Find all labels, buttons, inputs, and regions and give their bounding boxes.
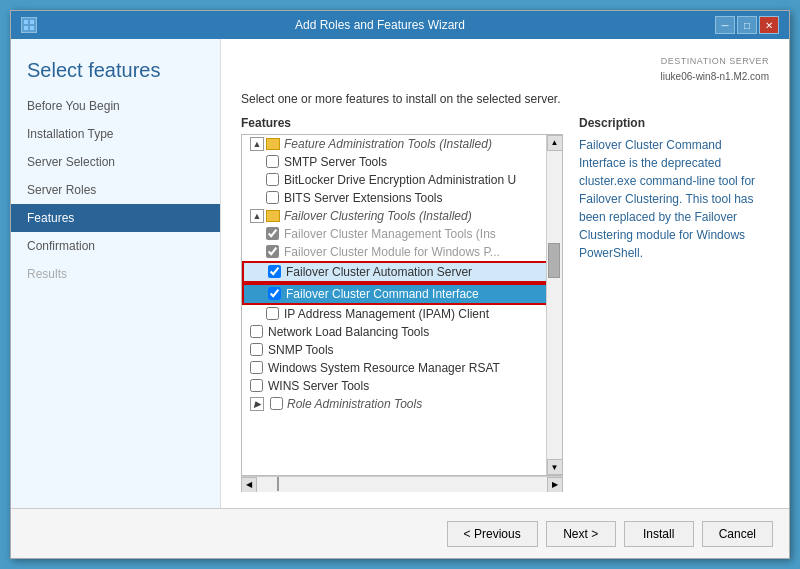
tree-label: IP Address Management (IPAM) Client: [284, 307, 489, 321]
list-item: ▲ Feature Administration Tools (Installe…: [242, 135, 562, 153]
description-panel-header: Description: [579, 116, 769, 130]
main-content-area: DESTINATION SERVER liuke06-win8-n1.M2.co…: [221, 39, 789, 508]
scroll-track: [257, 477, 547, 492]
tree-label: Failover Clustering Tools (Installed): [284, 209, 472, 223]
wsrm-checkbox[interactable]: [250, 361, 263, 374]
tree-label: Failover Cluster Command Interface: [286, 287, 479, 301]
tree-label: Failover Cluster Automation Server: [286, 265, 472, 279]
sidebar-item-results: Results: [11, 260, 220, 288]
app-icon: [21, 17, 37, 33]
sidebar: Select features Before You Begin Install…: [11, 39, 221, 508]
bits-checkbox[interactable]: [266, 191, 279, 204]
scroll-left-button[interactable]: ◀: [241, 477, 257, 493]
fc-win-ps-checkbox[interactable]: [266, 245, 279, 258]
tree-label: BITS Server Extensions Tools: [284, 191, 443, 205]
expand-failover-tools[interactable]: ▲: [250, 209, 264, 223]
list-item: ▲ Failover Clustering Tools (Installed): [242, 207, 562, 225]
list-item: Failover Cluster Management Tools (Ins: [242, 225, 562, 243]
horizontal-scrollbar[interactable]: ◀ ▶: [241, 476, 563, 492]
sidebar-item-before-you-begin[interactable]: Before You Begin: [11, 92, 220, 120]
description-text: Failover Cluster Command Interface is th…: [579, 136, 769, 262]
content-area: Select features Before You Begin Install…: [11, 39, 789, 508]
features-tree-container[interactable]: ▲ Feature Administration Tools (Installe…: [241, 134, 563, 477]
list-item[interactable]: Failover Cluster Command Interface: [242, 283, 562, 305]
list-item[interactable]: Failover Cluster Automation Server: [242, 261, 562, 283]
folder-icon: [266, 138, 280, 150]
svg-rect-1: [30, 20, 34, 24]
window-controls: ─ □ ✕: [715, 16, 779, 34]
sidebar-item-confirmation[interactable]: Confirmation: [11, 232, 220, 260]
list-item: BITS Server Extensions Tools: [242, 189, 562, 207]
features-tree: ▲ Feature Administration Tools (Installe…: [242, 135, 562, 476]
features-panel-header: Features: [241, 116, 563, 130]
tree-label: Failover Cluster Management Tools (Ins: [284, 227, 496, 241]
expand-feat-admin[interactable]: ▲: [250, 137, 264, 151]
destination-server-name: liuke06-win8-n1.M2.com: [241, 69, 769, 84]
wins-checkbox[interactable]: [250, 379, 263, 392]
window-title: Add Roles and Features Wizard: [45, 18, 715, 32]
minimize-button[interactable]: ─: [715, 16, 735, 34]
scroll-thumb[interactable]: [548, 243, 560, 278]
list-item: ▶ Role Administration Tools: [242, 395, 562, 413]
footer: < Previous Next > Install Cancel: [11, 508, 789, 558]
sidebar-item-installation-type[interactable]: Installation Type: [11, 120, 220, 148]
title-bar: Add Roles and Features Wizard ─ □ ✕: [11, 11, 789, 39]
previous-button[interactable]: < Previous: [447, 521, 538, 547]
tree-label: Windows System Resource Manager RSAT: [268, 361, 500, 375]
svg-rect-2: [24, 26, 28, 30]
list-item: SMTP Server Tools: [242, 153, 562, 171]
tree-label: Network Load Balancing Tools: [268, 325, 429, 339]
install-button[interactable]: Install: [624, 521, 694, 547]
smtp-tools-checkbox[interactable]: [266, 155, 279, 168]
destination-server-label: DESTINATION SERVER: [241, 55, 769, 69]
page-title: Select features: [11, 39, 220, 92]
horiz-scroll-thumb[interactable]: [277, 477, 279, 491]
tree-label: BitLocker Drive Encryption Administratio…: [284, 173, 516, 187]
two-column-layout: Features ▲ Feature Administration Tools …: [241, 116, 769, 493]
close-button[interactable]: ✕: [759, 16, 779, 34]
list-item: IP Address Management (IPAM) Client: [242, 305, 562, 323]
expand-role-admin[interactable]: ▶: [250, 397, 264, 411]
main-window: Add Roles and Features Wizard ─ □ ✕ Sele…: [10, 10, 790, 559]
next-button[interactable]: Next >: [546, 521, 616, 547]
fc-mgmt-checkbox[interactable]: [266, 227, 279, 240]
folder-icon: [266, 210, 280, 222]
tree-label: Role Administration Tools: [287, 397, 422, 411]
bitlocker-checkbox[interactable]: [266, 173, 279, 186]
tree-label: SNMP Tools: [268, 343, 334, 357]
cancel-button[interactable]: Cancel: [702, 521, 773, 547]
list-item: Windows System Resource Manager RSAT: [242, 359, 562, 377]
nlb-checkbox[interactable]: [250, 325, 263, 338]
svg-rect-3: [30, 26, 34, 30]
snmp-checkbox[interactable]: [250, 343, 263, 356]
list-item: Network Load Balancing Tools: [242, 323, 562, 341]
list-item: Failover Cluster Module for Windows P...: [242, 243, 562, 261]
fc-cmd-interface-checkbox[interactable]: [268, 287, 281, 300]
list-item: SNMP Tools: [242, 341, 562, 359]
fc-auto-server-checkbox[interactable]: [268, 265, 281, 278]
svg-rect-0: [24, 20, 28, 24]
maximize-button[interactable]: □: [737, 16, 757, 34]
tree-label: WINS Server Tools: [268, 379, 369, 393]
tree-label: Feature Administration Tools (Installed): [284, 137, 492, 151]
scroll-up-button[interactable]: ▲: [547, 135, 563, 151]
ipam-checkbox[interactable]: [266, 307, 279, 320]
list-item: WINS Server Tools: [242, 377, 562, 395]
sidebar-item-server-roles[interactable]: Server Roles: [11, 176, 220, 204]
instruction-text: Select one or more features to install o…: [241, 92, 769, 106]
destination-server-info: DESTINATION SERVER liuke06-win8-n1.M2.co…: [241, 55, 769, 84]
role-admin-checkbox[interactable]: [270, 397, 283, 410]
features-panel: Features ▲ Feature Administration Tools …: [241, 116, 563, 493]
vertical-scrollbar[interactable]: ▲ ▼: [546, 135, 562, 476]
scroll-right-button[interactable]: ▶: [547, 477, 563, 493]
list-item: BitLocker Drive Encryption Administratio…: [242, 171, 562, 189]
description-panel: Description Failover Cluster Command Int…: [579, 116, 769, 493]
scroll-down-button[interactable]: ▼: [547, 459, 563, 475]
tree-label: SMTP Server Tools: [284, 155, 387, 169]
sidebar-item-features[interactable]: Features: [11, 204, 220, 232]
tree-label: Failover Cluster Module for Windows P...: [284, 245, 500, 259]
sidebar-item-server-selection[interactable]: Server Selection: [11, 148, 220, 176]
